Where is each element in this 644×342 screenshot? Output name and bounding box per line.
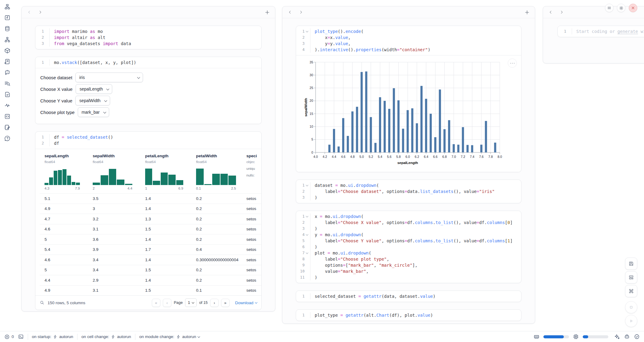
last-page-button[interactable]: »: [221, 299, 230, 307]
chat-icon[interactable]: [4, 69, 11, 76]
code-text[interactable]: from vega_datasets import data: [49, 41, 261, 47]
scroll-column-right-button[interactable]: [298, 9, 304, 15]
column-header[interactable]: speciobjecuniqunulls:: [244, 153, 261, 193]
terminal-button[interactable]: [18, 334, 24, 340]
settings-button[interactable]: [617, 4, 625, 12]
keyboard-shortcuts-button[interactable]: [625, 285, 637, 297]
on-module-change-setting[interactable]: on module change: autorun: [139, 334, 200, 339]
code-text[interactable]: label="Choose X value", options=df.colum…: [310, 219, 521, 226]
copilot-icon[interactable]: [624, 334, 630, 340]
code-text[interactable]: x = mo.ui.dropdown(: [310, 213, 521, 219]
ai-sparkle-icon[interactable]: [614, 334, 620, 340]
scroll-column-left-button[interactable]: [27, 9, 32, 15]
code-text[interactable]: ): [310, 226, 521, 232]
table-row[interactable]: 4.93.11.50.1setos: [40, 285, 261, 296]
code-cell-xy-dropdowns[interactable]: 1x = mo.ui.dropdown(2 label="Choose X va…: [296, 211, 521, 283]
dropdown-select[interactable]: iris: [75, 73, 143, 82]
dropdown-select[interactable]: sepalLength: [76, 84, 112, 94]
table-row[interactable]: 53.61.40.2setos: [40, 234, 261, 244]
table-row[interactable]: 4.63.41.40.30000000000000004setos: [40, 255, 261, 265]
download-button[interactable]: Download: [235, 301, 257, 305]
code-cell-plot-type[interactable]: 1plot_type = getattr(alt.Chart(df), plot…: [296, 309, 521, 321]
code-text[interactable]: y = mo.ui.dropdown(: [310, 232, 521, 238]
snippets-icon[interactable]: [4, 91, 11, 98]
search-icon[interactable]: [40, 300, 45, 305]
code-cell-imports[interactable]: 1import marimo as mo2import altair as al…: [35, 26, 262, 49]
error-count[interactable]: 0: [4, 334, 14, 340]
column-header[interactable]: petalLengthfloat6416.9: [140, 153, 191, 193]
documentation-icon[interactable]: [4, 80, 11, 87]
code-text[interactable]: plot_type = getattr(alt.Chart(df), plot.…: [310, 312, 521, 318]
code-text[interactable]: label="Choose plot type",: [310, 256, 521, 262]
column-header[interactable]: sepalWidthfloat6424.4: [88, 153, 140, 193]
stop-button[interactable]: [625, 301, 637, 313]
fold-toggle-icon[interactable]: [305, 213, 309, 219]
code-text[interactable]: selected_dataset = getattr(data, dataset…: [310, 293, 521, 299]
table-row[interactable]: 4.73.21.30.2setos: [40, 214, 261, 224]
scroll-column-left-button[interactable]: [548, 9, 553, 15]
help-icon[interactable]: [4, 135, 11, 141]
menu-button[interactable]: [605, 4, 614, 12]
code-cell-dataset-dropdown[interactable]: 1dataset = mo.ui.dropdown(2 label="Choos…: [296, 180, 521, 203]
file-tree-icon[interactable]: [4, 4, 11, 10]
on-cell-change-setting[interactable]: on cell change: autorun: [81, 334, 131, 339]
table-row[interactable]: 4.931.40.2setos: [40, 204, 261, 214]
code-cell-plot[interactable]: 1plot_type().encode(2 x=x.value,3 y=y.va…: [296, 26, 521, 172]
code-cell-vstack[interactable]: 1mo.vstack([dataset, x, y, plot]) Choose…: [35, 57, 262, 124]
fold-toggle-icon[interactable]: [305, 182, 309, 188]
dependency-graph-icon[interactable]: [4, 37, 11, 43]
logs-icon[interactable]: [4, 59, 11, 65]
save-button[interactable]: [625, 258, 637, 270]
code-icon[interactable]: [4, 113, 11, 119]
run-button[interactable]: [625, 315, 637, 327]
code-text[interactable]: value="mark_bar",: [310, 268, 521, 274]
code-text[interactable]: label="Choose dataset", options=data.lis…: [310, 188, 521, 194]
code-text[interactable]: ): [310, 244, 521, 250]
code-text[interactable]: df: [49, 140, 261, 146]
dropdown-select[interactable]: sepalWidth: [75, 96, 110, 105]
bar-chart[interactable]: 4.04.24.44.64.85.05.25.45.65.86.06.26.46…: [303, 59, 516, 166]
table-row[interactable]: 4.63.11.50.2setos: [40, 224, 261, 234]
code-text[interactable]: plot_type().encode(: [310, 28, 521, 34]
scroll-column-right-button[interactable]: [559, 9, 564, 15]
generate-link[interactable]: generate: [617, 29, 638, 34]
datasources-icon[interactable]: [4, 26, 11, 32]
connection-status-icon[interactable]: [634, 334, 640, 340]
code-text[interactable]: x=x.value,: [310, 34, 521, 41]
chart-options-button[interactable]: [508, 59, 517, 68]
code-text[interactable]: import marimo as mo: [49, 28, 261, 34]
table-row[interactable]: 4.42.91.40.2setos: [40, 275, 261, 285]
code-text[interactable]: options=["mark_bar", "mark_circle"],: [310, 262, 521, 268]
code-editor-input[interactable]: Start coding or generate with: [572, 28, 644, 34]
scroll-column-left-button[interactable]: [287, 9, 293, 15]
first-page-button[interactable]: «: [152, 299, 160, 307]
dropdown-select[interactable]: mark_bar: [78, 107, 109, 117]
code-cell-dataframe[interactable]: 1df = selected_dataset()2df sepalLengthf…: [35, 131, 262, 310]
code-text[interactable]: ): [310, 274, 521, 280]
layout-select-button[interactable]: [625, 271, 637, 283]
scratchpad-icon[interactable]: [4, 124, 11, 130]
next-page-button[interactable]: ›: [210, 299, 219, 307]
code-text[interactable]: y=y.value,: [310, 41, 521, 47]
code-text[interactable]: ): [310, 194, 521, 201]
table-row[interactable]: 53.41.50.2setos: [40, 265, 261, 275]
add-cell-button[interactable]: [264, 9, 270, 15]
empty-code-cell[interactable]: 1 Start coding or generate with: [557, 26, 644, 37]
code-text[interactable]: import altair as alt: [49, 34, 261, 41]
code-text[interactable]: mo.vstack([dataset, x, y, plot]): [49, 59, 261, 66]
functions-icon[interactable]: [4, 15, 11, 21]
code-text[interactable]: ).interactive().properties(width="contai…: [310, 47, 521, 53]
on-startup-setting[interactable]: on startup: autorun: [32, 334, 73, 339]
tracing-icon[interactable]: [4, 102, 11, 109]
code-text[interactable]: plot = mo.ui.dropdown(: [310, 250, 521, 256]
table-row[interactable]: 5.13.51.40.2setos: [40, 193, 261, 204]
code-text[interactable]: dataset = mo.ui.dropdown(: [310, 182, 521, 188]
table-row[interactable]: 5.43.91.70.4setos: [40, 244, 261, 255]
packages-icon[interactable]: [4, 48, 11, 54]
fold-toggle-icon[interactable]: [305, 28, 309, 34]
code-text[interactable]: df = selected_dataset(): [49, 134, 261, 140]
page-select[interactable]: 1: [185, 298, 197, 307]
column-header[interactable]: petalWidthfloat640.12.5: [191, 153, 244, 193]
column-header[interactable]: sepalLengthfloat644.37.9: [40, 153, 88, 193]
fold-toggle-icon[interactable]: [305, 232, 309, 238]
